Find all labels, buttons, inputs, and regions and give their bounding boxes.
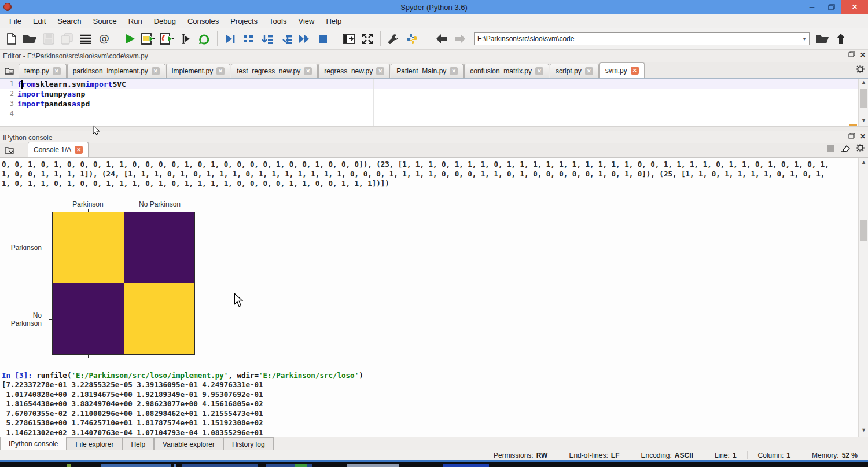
x-axis-label: No Parkinson [124, 200, 196, 208]
editor-tab-regress_new.py[interactable]: regress_new.py✕ [318, 64, 390, 78]
menu-debug[interactable]: Debug [148, 15, 182, 27]
console-output-line: 1.81654438e+00 3.88249704e+00 2.98623077… [0, 399, 868, 409]
maximize-pane-icon[interactable] [340, 30, 358, 47]
step-over-icon[interactable] [240, 30, 258, 47]
debug-icon[interactable] [221, 30, 240, 47]
fullscreen-icon[interactable] [358, 30, 377, 47]
scroll-down-icon[interactable]: ▼ [859, 117, 868, 126]
run-cell-advance-icon[interactable] [158, 30, 176, 47]
stop-icon[interactable] [314, 30, 332, 47]
close-pane-icon[interactable]: ✕ [860, 133, 866, 141]
close-tab-icon[interactable]: ✕ [450, 67, 458, 75]
working-directory-value[interactable]: E:\Parkinson\src\sloo\svm\code [475, 35, 800, 43]
close-tab-icon[interactable]: ✕ [585, 67, 593, 75]
working-directory-combobox[interactable]: E:\Parkinson\src\sloo\svm\code▾ [474, 32, 810, 45]
editor-tab-test_regress_new.py[interactable]: test_regress_new.py✕ [231, 64, 318, 78]
pane-splitter[interactable] [0, 126, 868, 131]
console-output[interactable]: 0, 0, 1, 0, 1, 0, 0, 0, 1, 1, 0, 0, 0, 0… [0, 158, 868, 437]
undock-icon[interactable] [848, 133, 855, 141]
plugin-tab-ipython-console[interactable]: IPython console [0, 437, 67, 450]
file-switcher-icon[interactable] [76, 30, 95, 47]
close-tab-icon[interactable]: ✕ [152, 67, 160, 75]
step-return-icon[interactable] [277, 30, 295, 47]
menu-run[interactable]: Run [123, 15, 148, 27]
python-logo-icon[interactable] [403, 30, 421, 47]
console-token: ]: [24, 371, 37, 380]
editor-tab-confusion_matrix.py[interactable]: confusion_matrix.py✕ [464, 64, 549, 78]
menu-source[interactable]: Source [87, 15, 123, 27]
plugin-tab-history-log[interactable]: History log [223, 437, 274, 450]
interrupt-kernel-icon[interactable] [827, 144, 834, 155]
code-line[interactable]: 2import numpy as np [0, 89, 868, 99]
open-dir-icon[interactable] [813, 30, 832, 47]
console-tab[interactable]: Console 1/A ✕ [28, 142, 89, 157]
code-line[interactable]: 3import pandas as pd [0, 99, 868, 109]
console-scrollbar[interactable]: ▲ ▼ [858, 158, 868, 437]
menu-help[interactable]: Help [320, 15, 347, 27]
menu-search[interactable]: Search [52, 15, 87, 27]
save-icon[interactable] [39, 30, 58, 47]
scroll-up-icon[interactable]: ▲ [859, 79, 868, 88]
maximize-icon[interactable] [822, 0, 841, 14]
close-tab-icon[interactable]: ✕ [53, 67, 61, 75]
run-selection-icon[interactable] [176, 30, 195, 47]
browse-tabs-icon[interactable] [1, 143, 17, 157]
editor-tab-temp.py[interactable]: temp.py✕ [19, 64, 67, 78]
editor-tab-implement.py[interactable]: implement.py✕ [166, 64, 230, 78]
status-value: 1 [786, 451, 790, 459]
menu-tools[interactable]: Tools [263, 15, 292, 27]
console-scroll-thumb[interactable] [860, 220, 867, 241]
close-tab-icon[interactable]: ✕ [535, 67, 543, 75]
close-tab-icon[interactable]: ✕ [376, 67, 384, 75]
editor-tab-parkinson_implement.py[interactable]: parkinson_implement.py✕ [67, 64, 165, 78]
parent-dir-icon[interactable] [832, 30, 850, 47]
console-panel-title: IPython console [3, 134, 52, 142]
step-into-icon[interactable] [258, 30, 277, 47]
menu-projects[interactable]: Projects [225, 15, 263, 27]
scroll-up-icon[interactable]: ▲ [859, 159, 868, 168]
code-line[interactable]: 1from sklearn.svm import SVC [0, 79, 868, 89]
menu-view[interactable]: View [292, 15, 320, 27]
symbol-finder-icon[interactable]: @ [95, 30, 113, 47]
plugin-tab-file-explorer[interactable]: File explorer [67, 437, 122, 450]
back-icon[interactable] [432, 30, 451, 47]
close-tab-icon[interactable]: ✕ [75, 146, 83, 154]
line-number: 3 [0, 99, 17, 109]
console-options-gear-icon[interactable] [856, 144, 865, 155]
editor-tab-Patient_Main.py[interactable]: Patient_Main.py✕ [391, 64, 464, 78]
open-file-icon[interactable] [21, 30, 39, 47]
new-file-icon[interactable] [2, 30, 21, 47]
browse-tabs-icon[interactable] [1, 64, 17, 78]
editor-scrollbar[interactable]: ▲ ▼ [858, 79, 868, 126]
chevron-down-icon[interactable]: ▾ [800, 35, 809, 42]
editor-tab-script.py[interactable]: script.py✕ [550, 64, 599, 78]
menu-edit[interactable]: Edit [27, 15, 52, 27]
plugin-tab-variable-explorer[interactable]: Variable explorer [154, 437, 223, 450]
continue-icon[interactable] [295, 30, 314, 47]
editor-scroll-thumb[interactable] [860, 89, 867, 108]
run-icon[interactable] [121, 30, 139, 47]
editor-options-gear-icon[interactable] [856, 65, 865, 76]
tab-label: Patient_Main.py [396, 67, 446, 75]
preferences-icon[interactable] [384, 30, 403, 47]
plugin-tab-help[interactable]: Help [122, 437, 154, 450]
forward-icon[interactable] [451, 30, 469, 47]
close-tab-icon[interactable]: ✕ [304, 67, 312, 75]
code-editor[interactable]: 1from sklearn.svm import SVC2import nump… [0, 79, 868, 126]
close-icon[interactable]: ✕ [841, 0, 868, 14]
eraser-icon[interactable] [840, 144, 850, 155]
close-tab-icon[interactable]: ✕ [216, 67, 225, 75]
code-line[interactable]: 4 [0, 109, 868, 119]
save-all-icon[interactable] [58, 30, 76, 47]
console-token: , wdir= [228, 371, 259, 380]
undock-icon[interactable] [848, 51, 855, 59]
rerun-cell-icon[interactable] [195, 30, 214, 47]
menu-consoles[interactable]: Consoles [182, 15, 225, 27]
minimize-icon[interactable]: ─ [802, 0, 822, 14]
menu-file[interactable]: File [3, 15, 27, 27]
close-tab-icon[interactable]: ✕ [631, 67, 639, 75]
run-cell-icon[interactable] [139, 30, 158, 47]
scroll-down-icon[interactable]: ▼ [859, 427, 868, 436]
close-pane-icon[interactable]: ✕ [860, 51, 866, 59]
editor-tab-svm.py[interactable]: svm.py✕ [599, 62, 645, 78]
